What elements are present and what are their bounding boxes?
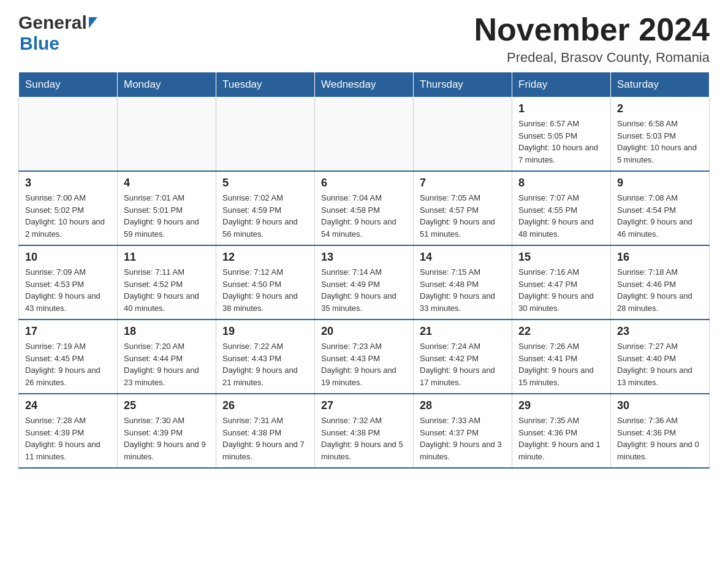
calendar-cell: 12Sunrise: 7:12 AMSunset: 4:50 PMDayligh… [216,245,315,320]
day-number: 22 [518,325,604,338]
logo-general: General [18,12,87,33]
day-number: 1 [518,102,604,115]
week-row-5: 24Sunrise: 7:28 AMSunset: 4:39 PMDayligh… [19,394,710,468]
day-info: Sunrise: 7:27 AMSunset: 4:40 PMDaylight:… [617,340,703,388]
day-number: 9 [617,177,703,190]
calendar-cell: 27Sunrise: 7:32 AMSunset: 4:38 PMDayligh… [315,394,414,468]
day-info: Sunrise: 7:19 AMSunset: 4:45 PMDaylight:… [25,340,111,388]
calendar-cell: 8Sunrise: 7:07 AMSunset: 4:55 PMDaylight… [512,171,611,245]
calendar-cell: 14Sunrise: 7:15 AMSunset: 4:48 PMDayligh… [414,245,512,320]
month-title: November 2024 [474,12,710,47]
day-info: Sunrise: 7:33 AMSunset: 4:37 PMDaylight:… [420,415,506,462]
calendar-cell: 30Sunrise: 7:36 AMSunset: 4:36 PMDayligh… [611,394,710,468]
calendar-cell: 11Sunrise: 7:11 AMSunset: 4:52 PMDayligh… [118,245,216,320]
day-info: Sunrise: 7:20 AMSunset: 4:44 PMDaylight:… [124,340,210,388]
day-info: Sunrise: 7:30 AMSunset: 4:39 PMDaylight:… [124,415,210,462]
day-info: Sunrise: 7:05 AMSunset: 4:57 PMDaylight:… [420,192,506,240]
day-info: Sunrise: 7:12 AMSunset: 4:50 PMDaylight:… [222,266,308,314]
day-info: Sunrise: 6:57 AMSunset: 5:05 PMDaylight:… [518,118,604,166]
calendar-cell: 26Sunrise: 7:31 AMSunset: 4:38 PMDayligh… [216,394,315,468]
day-number: 29 [518,399,604,412]
day-number: 5 [222,177,308,190]
day-number: 3 [25,177,111,190]
day-number: 17 [25,325,111,338]
day-number: 28 [420,399,506,412]
day-number: 16 [617,251,703,264]
calendar-cell: 22Sunrise: 7:26 AMSunset: 4:41 PMDayligh… [512,320,611,394]
day-info: Sunrise: 7:36 AMSunset: 4:36 PMDaylight:… [617,415,703,462]
calendar-cell: 6Sunrise: 7:04 AMSunset: 4:58 PMDaylight… [315,171,414,245]
weekday-header-saturday: Saturday [611,72,710,98]
day-info: Sunrise: 7:18 AMSunset: 4:46 PMDaylight:… [617,266,703,314]
weekday-header-sunday: Sunday [19,72,118,98]
calendar-cell: 24Sunrise: 7:28 AMSunset: 4:39 PMDayligh… [19,394,118,468]
calendar-cell: 5Sunrise: 7:02 AMSunset: 4:59 PMDaylight… [216,171,315,245]
calendar-cell: 29Sunrise: 7:35 AMSunset: 4:36 PMDayligh… [512,394,611,468]
day-number: 27 [321,399,407,412]
day-number: 21 [420,325,506,338]
calendar-cell: 20Sunrise: 7:23 AMSunset: 4:43 PMDayligh… [315,320,414,394]
day-number: 30 [617,399,703,412]
calendar-cell: 19Sunrise: 7:22 AMSunset: 4:43 PMDayligh… [216,320,315,394]
day-info: Sunrise: 7:07 AMSunset: 4:55 PMDaylight:… [518,192,604,240]
day-number: 6 [321,177,407,190]
day-info: Sunrise: 7:14 AMSunset: 4:49 PMDaylight:… [321,266,407,314]
calendar-table: SundayMondayTuesdayWednesdayThursdayFrid… [18,72,710,469]
day-number: 26 [222,399,308,412]
calendar-cell: 3Sunrise: 7:00 AMSunset: 5:02 PMDaylight… [19,171,118,245]
calendar-cell: 21Sunrise: 7:24 AMSunset: 4:42 PMDayligh… [414,320,512,394]
weekday-header-monday: Monday [118,72,216,98]
weekday-header-wednesday: Wednesday [315,72,414,98]
calendar-cell: 9Sunrise: 7:08 AMSunset: 4:54 PMDaylight… [611,171,710,245]
day-number: 4 [124,177,210,190]
calendar-cell [315,98,414,172]
calendar-cell: 25Sunrise: 7:30 AMSunset: 4:39 PMDayligh… [118,394,216,468]
day-number: 20 [321,325,407,338]
day-number: 23 [617,325,703,338]
day-info: Sunrise: 7:01 AMSunset: 5:01 PMDaylight:… [124,192,210,240]
week-row-4: 17Sunrise: 7:19 AMSunset: 4:45 PMDayligh… [19,320,710,394]
weekday-header-thursday: Thursday [414,72,512,98]
calendar-cell [414,98,512,172]
day-number: 2 [617,102,703,115]
calendar-header: SundayMondayTuesdayWednesdayThursdayFrid… [19,72,710,98]
weekday-header-tuesday: Tuesday [216,72,315,98]
calendar-cell [118,98,216,172]
week-row-2: 3Sunrise: 7:00 AMSunset: 5:02 PMDaylight… [19,171,710,245]
day-number: 14 [420,251,506,264]
day-info: Sunrise: 7:22 AMSunset: 4:43 PMDaylight:… [222,340,308,388]
day-number: 7 [420,177,506,190]
day-info: Sunrise: 7:16 AMSunset: 4:47 PMDaylight:… [518,266,604,314]
logo-blue: Blue [20,33,59,53]
calendar-cell: 23Sunrise: 7:27 AMSunset: 4:40 PMDayligh… [611,320,710,394]
calendar-cell: 13Sunrise: 7:14 AMSunset: 4:49 PMDayligh… [315,245,414,320]
calendar-body: 1Sunrise: 6:57 AMSunset: 5:05 PMDaylight… [19,98,710,469]
calendar-cell: 4Sunrise: 7:01 AMSunset: 5:01 PMDaylight… [118,171,216,245]
header: General Blue November 2024 Predeal, Bras… [18,12,710,66]
day-number: 8 [518,177,604,190]
day-number: 12 [222,251,308,264]
logo-triangle-icon [89,17,97,28]
calendar-cell: 16Sunrise: 7:18 AMSunset: 4:46 PMDayligh… [611,245,710,320]
calendar-cell: 17Sunrise: 7:19 AMSunset: 4:45 PMDayligh… [19,320,118,394]
day-number: 15 [518,251,604,264]
day-number: 19 [222,325,308,338]
day-info: Sunrise: 7:31 AMSunset: 4:38 PMDaylight:… [222,415,308,462]
calendar-cell: 10Sunrise: 7:09 AMSunset: 4:53 PMDayligh… [19,245,118,320]
day-info: Sunrise: 7:04 AMSunset: 4:58 PMDaylight:… [321,192,407,240]
calendar-cell: 1Sunrise: 6:57 AMSunset: 5:05 PMDaylight… [512,98,611,172]
calendar-cell [19,98,118,172]
weekday-header-row: SundayMondayTuesdayWednesdayThursdayFrid… [19,72,710,98]
week-row-3: 10Sunrise: 7:09 AMSunset: 4:53 PMDayligh… [19,245,710,320]
day-info: Sunrise: 6:58 AMSunset: 5:03 PMDaylight:… [617,118,703,166]
day-number: 18 [124,325,210,338]
day-info: Sunrise: 7:02 AMSunset: 4:59 PMDaylight:… [222,192,308,240]
calendar-cell [216,98,315,172]
calendar-cell: 7Sunrise: 7:05 AMSunset: 4:57 PMDaylight… [414,171,512,245]
day-info: Sunrise: 7:08 AMSunset: 4:54 PMDaylight:… [617,192,703,240]
day-info: Sunrise: 7:28 AMSunset: 4:39 PMDaylight:… [25,415,111,462]
title-area: November 2024 Predeal, Brasov County, Ro… [474,12,710,66]
calendar-cell: 18Sunrise: 7:20 AMSunset: 4:44 PMDayligh… [118,320,216,394]
calendar-cell: 15Sunrise: 7:16 AMSunset: 4:47 PMDayligh… [512,245,611,320]
calendar-cell: 2Sunrise: 6:58 AMSunset: 5:03 PMDaylight… [611,98,710,172]
